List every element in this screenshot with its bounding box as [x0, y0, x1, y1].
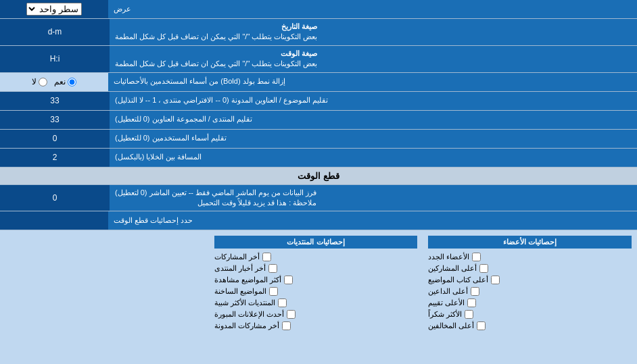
- users-count-input-wrapper[interactable]: [0, 130, 110, 148]
- date-format-text: صيغة التاريخ بعض التكوينات يتطلب "/" الت…: [115, 22, 317, 43]
- checkbox-top-inviters[interactable]: أعلى الداعين: [428, 287, 632, 296]
- checkboxes-title-label: حدد إحصائيات قطع الوقت: [108, 211, 637, 230]
- bold-remove-options: نعم لا: [0, 73, 108, 91]
- top-row: عرض سطر واحد سطران ثلاثة أسطر: [0, 0, 637, 19]
- checkbox-highest-rated-input[interactable]: [467, 298, 476, 307]
- checkboxes-title-input: [0, 211, 108, 230]
- checkbox-last-posts-input[interactable]: [262, 253, 271, 261]
- spacer-col: [0, 233, 209, 333]
- checkbox-most-thanked[interactable]: الأكثر شكراً: [428, 310, 632, 319]
- topic-count-label: تقليم الموضوع / العناوين المدونة (0 -- ا…: [110, 92, 637, 110]
- lines-dropdown[interactable]: سطر واحد سطران ثلاثة أسطر: [26, 3, 82, 16]
- checkboxes-title-text: حدد إحصائيات قطع الوقت: [114, 215, 193, 226]
- radio-yes-label[interactable]: نعم: [54, 77, 76, 86]
- radio-no[interactable]: [39, 78, 47, 86]
- realtime-section-header: قطع الوقت: [0, 167, 637, 185]
- checkbox-top-violators[interactable]: أعلى المخالفين: [428, 321, 632, 330]
- realtime-days-label: فرز البيانات من يوم الماشر الماضي فقط --…: [110, 185, 637, 211]
- time-format-text: صيغة الوقت بعض التكوينات يتطلب "/" التي …: [115, 49, 317, 70]
- cell-spacing-input[interactable]: [4, 153, 105, 162]
- forum-count-input[interactable]: [4, 115, 105, 124]
- date-format-input-wrapper[interactable]: [0, 19, 110, 45]
- checkbox-forum-news[interactable]: أخر أخبار المنتدى: [214, 264, 418, 273]
- forum-count-text: تقليم المنتدى / المجموعة العناوين (0 للت…: [115, 114, 252, 124]
- date-format-label: صيغة التاريخ بعض التكوينات يتطلب "/" الت…: [110, 19, 637, 45]
- topic-count-row: تقليم الموضوع / العناوين المدونة (0 -- ا…: [0, 92, 637, 111]
- checkbox-most-viewed[interactable]: أكثر المواضيع مشاهدة: [214, 276, 418, 284]
- forum-count-row: تقليم المنتدى / المجموعة العناوين (0 للت…: [0, 111, 637, 130]
- checkbox-top-posters-input[interactable]: [479, 264, 488, 273]
- topic-count-input[interactable]: [4, 96, 105, 105]
- checkbox-top-inviters-input[interactable]: [471, 287, 479, 296]
- checkbox-most-viewed-input[interactable]: [284, 276, 293, 284]
- bold-remove-label: إزالة نمط بولد (Bold) من أسماء المستخدمي…: [108, 73, 637, 91]
- checkbox-blog-posts-input[interactable]: [282, 321, 291, 330]
- checkbox-top-topic-writers[interactable]: أعلى كتاب المواضيع: [428, 276, 632, 284]
- checkbox-highest-rated[interactable]: الأعلى تقييم: [428, 298, 632, 307]
- ard-text: عرض: [114, 4, 131, 14]
- checkbox-last-posts[interactable]: أخر المشاركات: [214, 253, 418, 261]
- users-count-row: تقليم أسماء المستخدمين (0 للتعطيل): [0, 130, 637, 149]
- date-format-input[interactable]: [4, 27, 105, 36]
- time-format-input-wrapper[interactable]: [0, 46, 110, 72]
- checkbox-columns-container: إحصائيات المنتديات أخر المشاركات أخر أخب…: [0, 230, 637, 336]
- members-stats-col: إحصائيات الأعضاء الأعضاء الجدد أعلى المش…: [423, 233, 637, 333]
- bold-remove-text: إزالة نمط بولد (Bold) من أسماء المستخدمي…: [114, 76, 285, 86]
- cell-spacing-label: المسافة بين الخلايا (بالبكسل): [110, 149, 637, 167]
- ard-label: عرض: [108, 0, 637, 18]
- top-dropdown-section[interactable]: سطر واحد سطران ثلاثة أسطر: [0, 0, 108, 18]
- checkbox-new-members-input[interactable]: [472, 253, 481, 261]
- checkbox-top-violators-input[interactable]: [477, 321, 486, 330]
- checkbox-top-topic-writers-input[interactable]: [491, 276, 500, 284]
- date-format-row: صيغة التاريخ بعض التكوينات يتطلب "/" الت…: [0, 19, 637, 46]
- checkbox-hot-topics[interactable]: المواضيع الساخنة: [214, 287, 418, 296]
- checkbox-similar-forums[interactable]: المنتديات الأكثر شبية: [214, 298, 418, 307]
- checkbox-new-members[interactable]: الأعضاء الجدد: [428, 253, 632, 261]
- realtime-days-text: فرز البيانات من يوم الماشر الماضي فقط --…: [115, 188, 316, 209]
- checkboxes-title-row: حدد إحصائيات قطع الوقت: [0, 211, 637, 230]
- forum-count-label: تقليم المنتدى / المجموعة العناوين (0 للت…: [110, 111, 637, 129]
- checkbox-blog-posts[interactable]: أخر مشاركات المدونة: [214, 321, 418, 330]
- checkbox-most-thanked-input[interactable]: [465, 310, 473, 319]
- cell-spacing-input-wrapper[interactable]: [0, 149, 110, 167]
- realtime-days-row: فرز البيانات من يوم الماشر الماضي فقط --…: [0, 185, 637, 212]
- users-count-input[interactable]: [4, 134, 105, 143]
- forum-count-input-wrapper[interactable]: [0, 111, 110, 129]
- cell-spacing-row: المسافة بين الخلايا (بالبكسل): [0, 149, 637, 167]
- realtime-days-input-wrapper[interactable]: [0, 185, 110, 211]
- users-count-label: تقليم أسماء المستخدمين (0 للتعطيل): [110, 130, 637, 148]
- bold-remove-row: إزالة نمط بولد (Bold) من أسماء المستخدمي…: [0, 73, 637, 92]
- checkbox-top-posters[interactable]: أعلى المشاركين: [428, 264, 632, 273]
- checkbox-forum-news-input[interactable]: [268, 264, 277, 273]
- checkbox-latest-announcements-input[interactable]: [287, 310, 296, 319]
- radio-yes[interactable]: [68, 78, 76, 86]
- realtime-days-input[interactable]: [4, 193, 105, 203]
- users-count-text: تقليم أسماء المستخدمين (0 للتعطيل): [115, 133, 227, 143]
- posts-stats-col: إحصائيات المنتديات أخر المشاركات أخر أخب…: [209, 233, 423, 333]
- time-format-label: صيغة الوقت بعض التكوينات يتطلب "/" التي …: [110, 46, 637, 72]
- time-format-input[interactable]: [4, 54, 105, 63]
- radio-no-label[interactable]: لا: [32, 77, 47, 86]
- topic-count-text: تقليم الموضوع / العناوين المدونة (0 -- ا…: [115, 95, 328, 105]
- posts-stats-header: إحصائيات المنتديات: [214, 236, 418, 249]
- members-stats-header: إحصائيات الأعضاء: [428, 236, 632, 249]
- checkbox-hot-topics-input[interactable]: [269, 287, 278, 296]
- checkbox-similar-forums-input[interactable]: [278, 298, 287, 307]
- topic-count-input-wrapper[interactable]: [0, 92, 110, 110]
- time-format-row: صيغة الوقت بعض التكوينات يتطلب "/" التي …: [0, 46, 637, 73]
- cell-spacing-text: المسافة بين الخلايا (بالبكسل): [115, 152, 202, 162]
- checkbox-latest-announcements[interactable]: أحدث الإعلانات المبورة: [214, 310, 418, 319]
- main-container: عرض سطر واحد سطران ثلاثة أسطر صيغة التار…: [0, 0, 637, 336]
